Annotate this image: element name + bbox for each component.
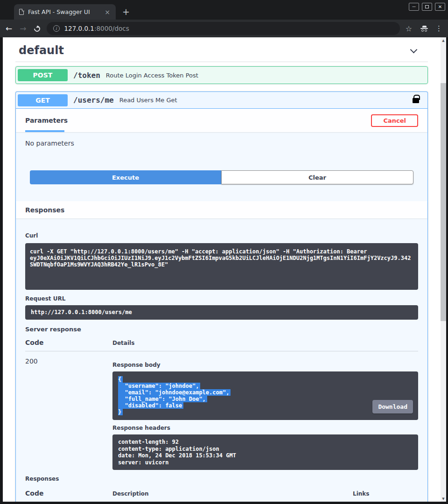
details-column-header: Details [112, 340, 418, 346]
code-column-header: Code [25, 339, 112, 346]
back-icon[interactable]: ← [6, 25, 12, 33]
browser-window: Fast API - Swagger UI × + — ✕ ← → i 127.… [0, 0, 448, 504]
parameters-area: No parameters Execute Clear [16, 132, 427, 201]
response-body: { "username": "johndoe", "email": "johnd… [112, 371, 418, 420]
get-users-me-summary[interactable]: GET /users/me Read Users Me Get [16, 92, 427, 109]
opblock-post-token: POST /token Route Login Access Token Pos… [15, 66, 428, 84]
post-path: /token [73, 71, 100, 80]
clear-button[interactable]: Clear [221, 170, 413, 184]
response-body-label: Response body [112, 362, 418, 368]
browser-menu-icon[interactable]: ⋮ [435, 24, 442, 33]
server-response-table-header: Code Details [25, 339, 418, 351]
execute-button[interactable]: Execute [30, 170, 221, 184]
server-response-label: Server response [25, 326, 418, 333]
minimize-button[interactable]: — [409, 3, 419, 11]
close-button[interactable]: ✕ [435, 3, 445, 11]
new-tab-button[interactable]: + [122, 7, 130, 16]
responses-table-header: Code Description Links [25, 490, 418, 502]
code-column-header: Code [25, 490, 112, 497]
post-token-summary[interactable]: POST /token Route Login Access Token Pos… [16, 67, 427, 84]
browser-toolbar: ← → i 127.0.0.1:8000/docs ☆ ⋮ [0, 20, 448, 37]
scrollbar-thumb[interactable] [441, 83, 446, 321]
bookmark-star-icon[interactable]: ☆ [406, 24, 412, 33]
maximize-button[interactable] [422, 3, 432, 11]
post-method-badge: POST [18, 69, 68, 81]
get-method-badge: GET [18, 94, 68, 106]
execute-row: Execute Clear [30, 170, 413, 184]
scrollbar-down-icon[interactable]: ▼ [441, 496, 446, 502]
download-button[interactable]: Download [372, 400, 413, 413]
reload-icon[interactable] [33, 24, 41, 33]
response-details-cell: Response body { "username": "johndoe", "… [112, 357, 418, 470]
post-summary-text: Route Login Access Token Post [106, 72, 422, 79]
url-host: 127.0.0.1 [64, 25, 94, 32]
section-title: default [19, 44, 64, 57]
cancel-button[interactable]: Cancel [371, 114, 418, 127]
status-code: 200 [25, 357, 112, 470]
response-headers-label: Response headers [112, 425, 418, 431]
description-column-header: Description [112, 490, 353, 497]
responses-area: Curl curl -X GET "http://127.0.0.1:8000/… [16, 232, 427, 502]
response-headers: content-length: 92content-type: applicat… [112, 434, 418, 470]
browser-tab[interactable]: Fast API - Swagger UI × [14, 4, 116, 20]
site-info-icon[interactable]: i [53, 25, 60, 32]
forward-icon[interactable]: → [20, 25, 26, 33]
responses-section-header: Responses [16, 201, 427, 218]
opblock-get-users-me: GET /users/me Read Users Me Get Paramete… [15, 91, 428, 502]
get-opblock-body: Parameters Cancel No parameters Execute … [16, 109, 427, 502]
links-column-header: Links [353, 490, 418, 497]
address-bar[interactable]: i 127.0.0.1:8000/docs [47, 22, 400, 35]
curl-command: curl -X GET "http://127.0.0.1:8000/users… [25, 243, 418, 290]
tab-title: Fast API - Swagger UI [28, 8, 103, 15]
get-summary-text: Read Users Me Get [119, 97, 413, 104]
incognito-icon [420, 26, 429, 32]
page-scrollbar[interactable]: ▲ ▼ [441, 37, 446, 502]
parameters-header: Parameters Cancel [16, 109, 427, 132]
request-url-label: Request URL [25, 295, 418, 302]
server-response-row: 200 Response body { "username": "johndoe… [25, 351, 418, 470]
responses-table-label: Responses [25, 476, 418, 482]
chevron-down-icon [410, 46, 418, 53]
no-parameters-text: No parameters [25, 140, 418, 147]
request-url-value: http://127.0.0.1:8000/users/me [25, 305, 418, 320]
scrollbar-up-icon[interactable]: ▲ [441, 37, 446, 43]
page-favicon-icon [19, 9, 24, 15]
url-path: :8000/docs [94, 25, 129, 32]
section-divider [15, 62, 428, 62]
responses-section-label: Responses [25, 206, 64, 214]
page-content: default POST /token Route Login Access T… [3, 37, 441, 502]
parameters-tab: Parameters [25, 117, 68, 124]
default-section-header[interactable]: default [3, 37, 441, 57]
maximize-icon [425, 5, 429, 8]
get-path: /users/me [73, 96, 114, 105]
browser-tab-bar: Fast API - Swagger UI × + — ✕ [0, 0, 448, 20]
parameters-tab-underline [25, 130, 64, 132]
window-controls: — ✕ [406, 3, 445, 11]
tab-close-icon[interactable]: × [103, 8, 112, 16]
curl-label: Curl [25, 232, 418, 239]
lock-icon[interactable] [413, 98, 419, 103]
